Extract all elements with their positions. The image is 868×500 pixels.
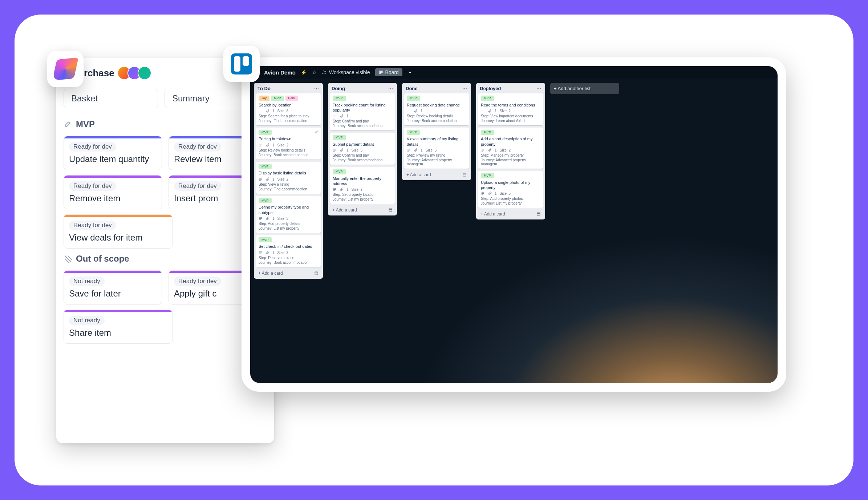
card-label[interactable]: MVP	[481, 130, 494, 135]
edit-icon[interactable]	[315, 130, 319, 134]
card-journey: Journey: List my property	[259, 226, 318, 230]
card-journey: Journey: Advanced property managem…	[407, 158, 466, 166]
star-button[interactable]: ☆	[312, 69, 317, 75]
list-title[interactable]: Deployed	[480, 86, 501, 91]
trello-card[interactable]: MVPView a summary of my listing details1…	[404, 128, 469, 169]
list-title[interactable]: Doing	[332, 86, 345, 91]
attachment-count: 1	[272, 177, 275, 181]
list-menu-icon[interactable]: ⋯	[388, 86, 393, 91]
card-journey: Journey: Book accommodation	[333, 158, 392, 162]
story-card[interactable]: Not readyShare item	[64, 310, 173, 344]
card-labels: MVP	[333, 96, 392, 101]
avatar-stack[interactable]	[121, 66, 151, 80]
trello-card[interactable]: MVPDefine my property type and subtype1S…	[256, 196, 321, 233]
story-card[interactable]: Ready for devUpdate item quantity	[64, 136, 162, 170]
card-title: Submit payment details	[333, 142, 392, 147]
card-label[interactable]: MVP	[333, 96, 346, 101]
bolt-icon[interactable]: ⚡	[301, 69, 307, 75]
card-label[interactable]: MVP	[259, 164, 272, 169]
attachment-count: 1	[272, 143, 275, 147]
trello-card[interactable]: MVPSubmit payment details1Size: 5Step: C…	[330, 133, 395, 165]
card-label[interactable]: MVP	[481, 173, 494, 178]
chevron-down-icon[interactable]	[407, 70, 413, 75]
template-icon[interactable]	[388, 208, 393, 212]
add-list-button[interactable]: + Add another list	[550, 83, 619, 94]
card-label[interactable]: MVP	[259, 198, 272, 203]
list-header[interactable]: Doing⋯	[330, 85, 395, 91]
list-title[interactable]: To Do	[257, 86, 271, 91]
trello-board[interactable]: To Do⋯JoyMVPPainSearch by location1Size:…	[250, 78, 778, 283]
card-title: Display basic listing details	[259, 170, 318, 176]
device-frame: Avion Demo ⚡ ☆ Workspace visible Board T…	[242, 57, 786, 392]
trello-card[interactable]: MVPAdd a short description of my propert…	[478, 128, 543, 169]
add-card-button[interactable]: + Add a card	[404, 171, 469, 179]
attachment-icon	[488, 191, 492, 195]
trello-list[interactable]: Doing⋯MVPTrack booking count for listing…	[328, 83, 397, 215]
trello-card[interactable]: MVPUpload a single photo of my property1…	[478, 171, 543, 208]
card-step: Step: Add property photos	[481, 197, 540, 201]
section-header[interactable]: MVP	[64, 119, 267, 129]
card-label[interactable]: Joy	[259, 96, 269, 101]
description-icon	[259, 251, 263, 255]
story-card[interactable]: Not readySave for later	[64, 270, 162, 305]
trello-card[interactable]: MVPRead the terms and conditions1Size: 2…	[478, 93, 543, 125]
card-journey: Journey: Book accommodation	[259, 261, 318, 265]
trello-list[interactable]: To Do⋯JoyMVPPainSearch by location1Size:…	[254, 83, 323, 279]
trello-card[interactable]: JoyMVPPainSearch by location1Size: 8Step…	[256, 93, 321, 125]
card-label[interactable]: MVP	[271, 96, 284, 101]
card-label[interactable]: MVP	[259, 237, 272, 243]
card-label[interactable]: MVP	[333, 169, 346, 174]
card-label[interactable]: MVP	[333, 135, 346, 140]
trello-card[interactable]: MVPDisplay basic listing details1Size: 2…	[256, 162, 321, 194]
tab-basket[interactable]: Basket	[64, 89, 158, 108]
card-title: Pricing breakdown	[259, 136, 318, 141]
crosshatch-icon	[64, 254, 72, 263]
description-icon	[407, 109, 411, 113]
card-label[interactable]: MVP	[481, 96, 494, 101]
avatar[interactable]	[138, 66, 151, 80]
list-menu-icon[interactable]: ⋯	[462, 86, 467, 91]
card-label[interactable]: MVP	[407, 96, 420, 101]
attachment-icon	[414, 109, 418, 113]
visibility-button[interactable]: Workspace visible	[322, 69, 370, 75]
trello-card[interactable]: MVPPricing breakdown1Size: 2Step: Review…	[256, 128, 321, 160]
card-step: Step: View important documents	[481, 114, 540, 118]
story-card[interactable]: Ready for devRemove item	[64, 175, 162, 209]
template-icon[interactable]	[314, 271, 319, 275]
list-menu-icon[interactable]: ⋯	[314, 86, 319, 91]
add-card-button[interactable]: + Add a card	[478, 210, 543, 218]
trello-card[interactable]: MVPRequest booking date change1Step: Rev…	[404, 93, 469, 125]
card-labels: MVP	[333, 169, 392, 174]
list-header[interactable]: To Do⋯	[256, 85, 321, 91]
list-menu-icon[interactable]: ⋯	[536, 86, 542, 91]
card-label[interactable]: MVP	[259, 130, 272, 135]
card-journey: Journey: Book accommodation	[333, 124, 392, 128]
add-card-button[interactable]: + Add a card	[330, 206, 395, 214]
list-title[interactable]: Done	[406, 86, 418, 91]
card-label[interactable]: Pain	[285, 96, 298, 101]
add-card-button[interactable]: + Add a card	[256, 269, 321, 277]
list-header[interactable]: Done⋯	[404, 85, 469, 91]
story-card[interactable]: Ready for devView deals for item	[64, 214, 173, 249]
card-meta: 1Size: 8	[259, 109, 318, 113]
card-meta: 1Size: 2	[259, 143, 318, 147]
trello-card[interactable]: MVPManually enter the property address1S…	[330, 167, 395, 204]
template-icon[interactable]	[462, 173, 467, 177]
trello-list[interactable]: Done⋯MVPRequest booking date change1Step…	[402, 83, 471, 180]
board-title[interactable]: Avion Demo	[264, 69, 296, 76]
status-chip: Ready for dev	[69, 142, 116, 152]
trello-card[interactable]: MVPTrack booking count for listing popul…	[330, 93, 395, 130]
card-step: Step: Confirm and pay	[333, 153, 392, 157]
section-header[interactable]: Out of scope	[64, 254, 267, 264]
trello-list[interactable]: Deployed⋯MVPRead the terms and condition…	[476, 83, 545, 219]
template-icon[interactable]	[536, 212, 541, 216]
board-view-button[interactable]: Board	[375, 68, 402, 76]
svg-rect-3	[381, 71, 382, 73]
card-labels: MVP	[259, 130, 318, 135]
list-header[interactable]: Deployed⋯	[478, 85, 543, 91]
attachment-count: 1	[495, 148, 497, 152]
trello-icon	[231, 53, 252, 74]
trello-card[interactable]: MVPSet check-in / check-out dates1Size: …	[256, 235, 321, 267]
description-icon	[481, 109, 485, 113]
card-label[interactable]: MVP	[407, 130, 420, 135]
